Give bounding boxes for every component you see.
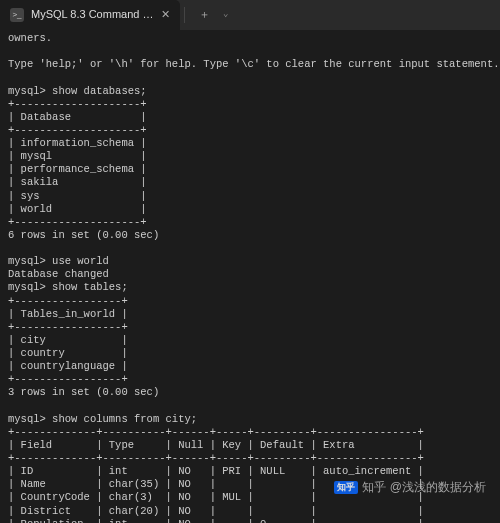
terminal-icon: >_ — [10, 8, 24, 22]
tab-divider — [184, 7, 185, 23]
terminal-output[interactable]: owners. Type 'help;' or '\h' for help. T… — [0, 30, 500, 523]
titlebar: >_ MySQL 8.3 Command Line Cli ✕ ＋ ⌄ — [0, 0, 500, 30]
watermark: 知乎 知乎 @浅浅的数据分析 — [334, 480, 486, 495]
tab-menu-chevron-icon[interactable]: ⌄ — [223, 9, 228, 20]
tab-title: MySQL 8.3 Command Line Cli — [31, 8, 154, 22]
close-tab-icon[interactable]: ✕ — [161, 8, 170, 22]
zhihu-icon: 知乎 — [334, 481, 358, 494]
watermark-text: 知乎 @浅浅的数据分析 — [362, 480, 486, 495]
active-tab[interactable]: >_ MySQL 8.3 Command Line Cli ✕ — [0, 0, 180, 30]
new-tab-button[interactable]: ＋ — [189, 0, 219, 30]
